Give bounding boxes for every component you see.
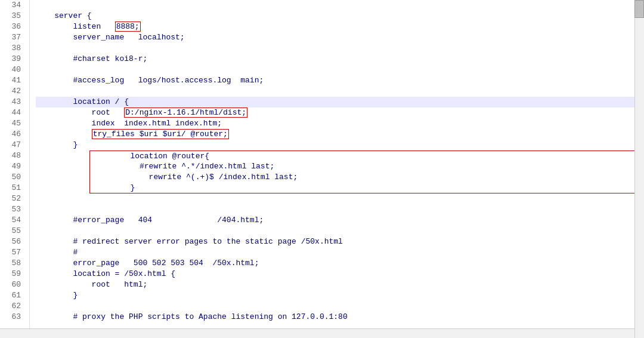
line-num-56: 56 [0,236,26,247]
code-line-39: #charset koi8-r; [36,54,644,64]
line-num-52: 52 [0,193,26,204]
listen-port-box: 8888; [115,21,141,32]
code-line-37: server_name localhost; [36,32,644,43]
code-line-44: root D:/nginx-1.16.1/html/dist; [36,107,644,118]
line-num-44: 44 [0,107,26,118]
code-line-42 [36,86,644,97]
line-num-49: 49 [0,161,26,172]
line-num-53: 53 [0,204,26,215]
code-line-60: root html; [36,279,644,290]
code-line-36: listen 8888; [36,21,644,32]
line-num-55: 55 [0,226,26,236]
line-num-58: 58 [0,258,26,269]
code-line-41: #access_log logs/host.access.log main; [36,75,644,86]
code-line-58: error_page 500 502 503 504 /50x.html; [36,258,644,269]
code-line-50: rewrite ^(.+)$ /index.html last; [89,172,641,183]
code-line-34 [36,0,644,11]
line-num-34: 34 [0,0,26,11]
line-numbers: 34 35 36 37 38 39 40 41 42 43 44 45 46 4… [0,0,30,328]
line-num-48: 48 [0,150,26,161]
line-num-51: 51 [0,183,26,193]
code-line-56: # redirect server error pages to the sta… [36,236,644,247]
scrollbar-thumb[interactable] [634,0,644,18]
code-line-55 [36,226,644,236]
code-editor: 34 35 36 37 38 39 40 41 42 43 44 45 46 4… [0,0,644,338]
line-num-63: 63 [0,312,26,322]
code-line-43: location / { [36,97,644,107]
code-content: server { listen 8888; server_name localh… [30,0,644,328]
line-num-57: 57 [0,247,26,258]
code-line-46: try_files $uri $uri/ @router; [36,129,644,140]
try-files-box: try_files $uri $uri/ @router; [92,129,229,139]
code-line-57: # [36,247,644,258]
line-num-35: 35 [0,11,26,21]
code-line-54: #error_page 404 /404.html; [36,215,644,226]
line-num-61: 61 [0,290,26,301]
line-num-41: 41 [0,75,26,86]
horizontal-scrollbar[interactable] [0,328,634,338]
vertical-scrollbar[interactable] [634,0,644,338]
code-line-62 [36,301,644,312]
code-line-45: index index.html index.htm; [36,118,644,129]
line-num-54: 54 [0,215,26,226]
code-line-63: # proxy the PHP scripts to Apache listen… [36,312,644,322]
code-line-61: } [36,290,644,301]
root-path-box: D:/nginx-1.16.1/html/dist; [124,107,247,118]
line-num-40: 40 [0,64,26,75]
code-line-52 [36,193,644,204]
line-num-50: 50 [0,172,26,183]
line-num-45: 45 [0,118,26,129]
line-num-42: 42 [0,86,26,97]
code-line-53 [36,204,644,215]
code-line-59: location = /50x.html { [36,269,644,279]
code-line-38 [36,43,644,54]
line-num-43: 43 [0,97,26,107]
code-line-49: #rewrite ^.*/index.html last; [89,161,641,172]
line-num-60: 60 [0,279,26,290]
code-line-35: server { [36,11,644,21]
line-num-59: 59 [0,269,26,279]
code-line-47: } [36,140,644,150]
line-num-62: 62 [0,301,26,312]
line-num-36: 36 [0,21,26,32]
code-line-40 [36,64,644,75]
code-line-48: location @router{ [89,150,641,161]
code-line-51: } [89,183,641,193]
line-num-38: 38 [0,43,26,54]
line-num-39: 39 [0,54,26,64]
line-num-46: 46 [0,129,26,140]
line-num-47: 47 [0,140,26,150]
line-num-37: 37 [0,32,26,43]
